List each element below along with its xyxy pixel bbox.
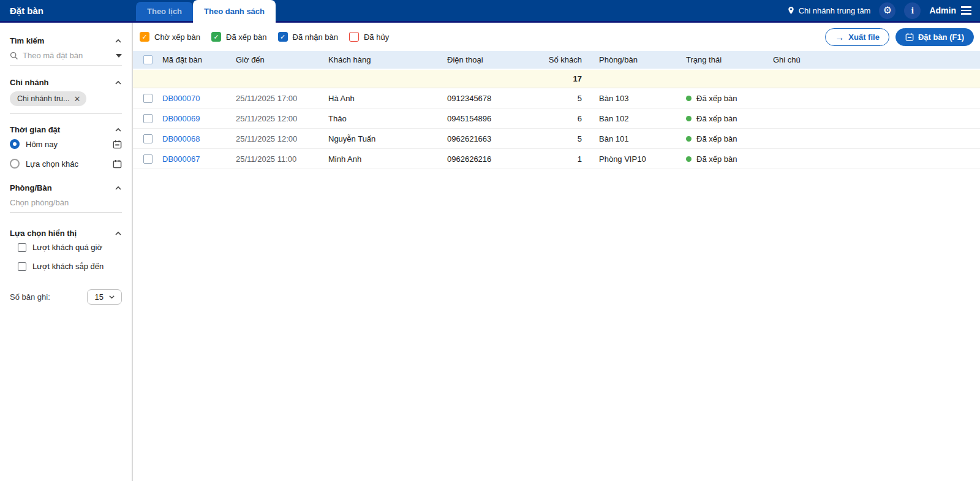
display-option-overdue-label: Lượt khách quá giờ	[32, 243, 122, 252]
header-status: Trạng thái	[686, 55, 773, 64]
top-bar: Đặt bàn Theo lịch Theo danh sách Chi nhá…	[0, 0, 980, 23]
status-dot-icon	[686, 136, 692, 142]
booking-code-link[interactable]: DB000067	[162, 154, 236, 164]
chevron-up-icon	[115, 79, 122, 86]
time-option-today[interactable]: Hôm nay	[10, 134, 122, 154]
settings-button[interactable]: ⚙	[879, 2, 895, 19]
booking-code-link[interactable]: DB000070	[162, 94, 236, 103]
tab-list-view[interactable]: Theo danh sách	[193, 0, 276, 23]
total-guests: 17	[573, 74, 599, 83]
cell-arrival-time: 25/11/2025 11:00	[236, 154, 328, 164]
branch-chip-label: Chi nhánh tru...	[17, 94, 69, 103]
display-option-upcoming-label: Lượt khách sắp đến	[32, 262, 122, 271]
cell-phone: 0962626216	[447, 154, 545, 164]
chevron-up-icon	[115, 126, 122, 134]
cell-status: Đã xếp bàn	[686, 134, 773, 143]
room-placeholder: Chọn phòng/bàn	[10, 198, 122, 207]
info-button[interactable]: i	[904, 2, 921, 19]
chevron-down-icon	[108, 294, 115, 300]
row-checkbox[interactable]	[143, 154, 153, 164]
time-option-other[interactable]: Lựa chọn khác	[10, 154, 122, 173]
cell-room: Phòng VIP10	[599, 154, 686, 164]
section-time-title: Thời gian đặt	[10, 125, 60, 134]
display-option-overdue[interactable]: Lượt khách quá giờ	[10, 238, 122, 257]
booking-code-link[interactable]: DB000068	[162, 134, 236, 143]
checkbox-checked[interactable]: ✓	[278, 32, 288, 42]
cell-phone: 0912345678	[447, 94, 545, 103]
row-checkbox[interactable]	[143, 94, 153, 103]
cell-customer: Thảo	[328, 114, 447, 123]
status-filter-label: Chờ xếp bàn	[154, 32, 200, 42]
radio-selected[interactable]	[10, 139, 20, 149]
status-filter[interactable]: ✓Chờ xếp bàn	[140, 32, 200, 42]
section-search[interactable]: Tìm kiếm	[10, 36, 122, 45]
close-icon[interactable]: ✕	[74, 95, 80, 103]
cell-room: Bàn 103	[599, 94, 686, 103]
branch-name: Chi nhánh trung tâm	[799, 6, 871, 15]
status-text: Đã xếp bàn	[696, 134, 737, 143]
checkbox-checked[interactable]: ✓	[140, 32, 149, 42]
booking-code-search[interactable]: Theo mã đặt bàn	[10, 45, 122, 66]
cell-customer: Hà Anh	[328, 94, 447, 103]
book-table-button[interactable]: Đặt bàn (F1)	[895, 28, 974, 46]
calendar-icon[interactable]	[113, 159, 122, 169]
cell-arrival-time: 25/11/2025 17:00	[236, 94, 328, 103]
cell-phone: 0945154896	[447, 114, 545, 123]
section-room-title: Phòng/Bàn	[10, 183, 52, 192]
status-filters: ✓Chờ xếp bàn✓Đã xếp bàn✓Đã nhận bànĐã hủ…	[140, 32, 400, 42]
page-title: Đặt bàn	[0, 6, 43, 16]
cell-guest-count: 5	[578, 94, 599, 103]
info-icon: i	[911, 6, 914, 16]
branch-chip-row: Chi nhánh tru... ✕	[10, 87, 122, 114]
records-per-page: Số bản ghi: 15	[10, 289, 122, 305]
gear-icon: ⚙	[883, 6, 892, 15]
row-checkbox[interactable]	[143, 114, 153, 123]
main-content: ✓Chờ xếp bàn✓Đã xếp bàn✓Đã nhận bànĐã hủ…	[133, 23, 980, 481]
status-dot-icon	[686, 116, 692, 121]
search-placeholder: Theo mã đặt bàn	[23, 51, 111, 60]
topbar-right: Chi nhánh trung tâm ⚙ i Admin	[787, 2, 980, 19]
display-option-upcoming[interactable]: Lượt khách sắp đến	[10, 257, 122, 276]
branch-selector[interactable]: Chi nhánh trung tâm	[787, 6, 871, 15]
header-guest-count: Số khách	[549, 55, 599, 64]
section-time[interactable]: Thời gian đặt	[10, 125, 122, 134]
room-select-input[interactable]: Chọn phòng/bàn	[10, 192, 122, 213]
filter-sidebar: Tìm kiếm Theo mã đặt bàn Chi nhánh Chi n…	[0, 23, 133, 481]
section-branch[interactable]: Chi nhánh	[10, 78, 122, 87]
cell-phone: 0962621663	[447, 134, 545, 143]
user-menu[interactable]: Admin	[929, 6, 971, 15]
checkbox-unchecked[interactable]	[18, 262, 26, 271]
cell-guest-count: 5	[578, 134, 599, 143]
status-filter-toolbar: ✓Chờ xếp bàn✓Đã xếp bàn✓Đã nhận bànĐã hủ…	[133, 23, 980, 51]
checkbox-unchecked[interactable]	[349, 32, 359, 42]
tab-calendar-view[interactable]: Theo lịch	[136, 2, 193, 21]
branch-filter-chip[interactable]: Chi nhánh tru... ✕	[10, 91, 86, 106]
section-display[interactable]: Lựa chọn hiển thị	[10, 229, 122, 238]
status-dot-icon	[686, 96, 692, 101]
header-customer: Khách hàng	[328, 55, 447, 64]
radio-unselected[interactable]	[10, 159, 20, 169]
calendar-icon[interactable]	[113, 140, 122, 149]
checkbox-checked[interactable]: ✓	[211, 32, 221, 42]
book-table-label: Đặt bàn (F1)	[918, 32, 964, 42]
export-file-button[interactable]: → Xuất file	[825, 28, 889, 46]
search-type-caret-icon[interactable]	[116, 54, 122, 58]
booking-code-link[interactable]: DB000069	[162, 114, 236, 123]
calendar-plus-icon	[905, 32, 914, 41]
header-booking-code: Mã đặt bàn	[162, 55, 236, 64]
records-select[interactable]: 15	[87, 289, 122, 305]
user-name: Admin	[929, 6, 956, 15]
status-filter[interactable]: ✓Đã nhận bàn	[278, 32, 338, 42]
row-checkbox[interactable]	[143, 134, 153, 143]
view-tabs: Theo lịch Theo danh sách	[136, 0, 276, 23]
status-text: Đã xếp bàn	[696, 94, 737, 103]
checkbox-unchecked[interactable]	[18, 243, 26, 252]
status-filter[interactable]: Đã hủy	[349, 32, 389, 42]
section-room[interactable]: Phòng/Bàn	[10, 183, 122, 192]
header-room: Phòng/bàn	[599, 55, 686, 64]
section-search-title: Tìm kiếm	[10, 36, 44, 45]
records-value: 15	[95, 292, 104, 302]
cell-status: Đã xếp bàn	[686, 94, 773, 103]
select-all-checkbox[interactable]	[143, 55, 153, 64]
status-filter[interactable]: ✓Đã xếp bàn	[211, 32, 267, 42]
